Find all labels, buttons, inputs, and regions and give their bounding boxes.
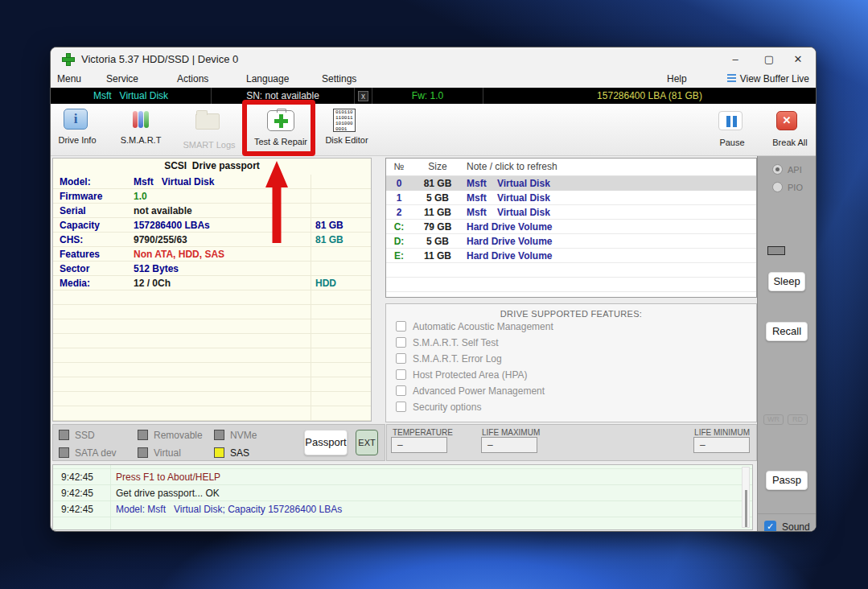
passport-field-value: not available (134, 204, 192, 218)
folder-icon (195, 113, 220, 130)
passport-field-value: 1.0 (134, 189, 147, 204)
disk-table-header: № Size Note / click to refresh (386, 159, 756, 176)
disk-row[interactable]: 211 GBMsft Virtual Disk (386, 205, 756, 220)
legend-square-icon (214, 447, 224, 458)
feature-checkbox[interactable]: S.M.A.R.T. Self Test (396, 335, 756, 351)
menu-item-settings[interactable]: Settings (322, 73, 356, 84)
log-rows: 9:42:45Press F1 to About/HELP9:42:45Get … (53, 469, 752, 517)
sleep-button[interactable]: Sleep (768, 272, 805, 291)
passport-row: FeaturesNon ATA, HDD, SAS (53, 247, 371, 262)
feature-label: Automatic Acoustic Management (413, 321, 553, 332)
menu-item-actions[interactable]: Actions (177, 73, 208, 84)
highlight-rectangle-annotation (242, 100, 315, 156)
col-note[interactable]: Note / click to refresh (467, 159, 557, 175)
passport-row: Capacity157286400 LBAs81 GB (53, 218, 371, 233)
maximize-button[interactable]: ▢ (756, 51, 782, 68)
checkbox-unchecked-icon (396, 353, 406, 364)
passport-rows: Model:Msft Virtual DiskFirmware1.0Serial… (53, 175, 371, 290)
passport-row: CHS:9790/255/6381 GB (53, 233, 371, 247)
col-size: Size (412, 159, 463, 175)
feature-checkbox[interactable]: Host Protected Area (HPA) (396, 367, 756, 383)
disk-row[interactable]: 15 GBMsft Virtual Disk (386, 191, 756, 205)
status-close-button[interactable]: x (355, 88, 372, 104)
checkbox-unchecked-icon (396, 337, 406, 348)
passport-field-label: Sector (60, 262, 89, 276)
log-message: Model: Msft Virtual Disk; Capacity 15728… (116, 501, 342, 517)
legend-label: SAS (230, 447, 249, 459)
wr-button: WR (763, 414, 784, 425)
passport-field-label: Firmware (60, 189, 102, 204)
api-label: API (788, 165, 802, 175)
passport-field-label: Features (60, 247, 100, 262)
disk-row[interactable]: 081 GBMsft Virtual Disk (386, 176, 756, 191)
disk-row[interactable]: E:11 GBHard Drive Volume (386, 249, 756, 263)
status-capacity: 157286400 LBA (81 GB) (483, 88, 816, 104)
log-time: 9:42:45 (61, 485, 93, 501)
passport-field-label: Model: (60, 175, 91, 189)
rd-button: RD (788, 414, 808, 425)
disk-editor-button[interactable]: 0101101100111010000001 Disk Editor (321, 109, 372, 145)
passport-row: Sector512 Bytes (53, 262, 371, 276)
sound-checkbox[interactable]: Sound (764, 521, 810, 532)
scrollbar-thumb[interactable] (745, 490, 747, 527)
feature-checkbox[interactable]: Security options (396, 399, 756, 415)
disk-row-size: 79 GB (412, 220, 463, 234)
legend-square-icon (214, 430, 224, 440)
disk-table-rows: 081 GBMsft Virtual Disk15 GBMsft Virtual… (386, 176, 756, 297)
menu-item-service[interactable]: Service (106, 73, 138, 84)
gauges-panel: TEMPERATURE – LIFE MAXIMUM – LIFE MINIMU… (386, 424, 757, 461)
checkbox-unchecked-icon (396, 321, 406, 332)
close-button[interactable]: ✕ (785, 51, 811, 68)
log-scrollbar[interactable] (742, 467, 750, 528)
disk-row[interactable]: C:79 GBHard Drive Volume (386, 220, 756, 234)
passp-button[interactable]: Passp (766, 471, 808, 490)
life-maximum-value: – (481, 437, 537, 453)
pio-radio[interactable]: PIO (772, 182, 803, 193)
smart-button[interactable]: S.M.A.R.T (112, 109, 170, 145)
menu-bar: Menu Service Actions Language Settings H… (51, 72, 816, 88)
disk-editor-label: Disk Editor (321, 135, 372, 145)
menu-item-view-buffer-live[interactable]: View Buffer Live (727, 73, 809, 84)
sound-label: Sound (782, 521, 810, 532)
disk-row-number: C: (386, 220, 412, 234)
menu-item-help[interactable]: Help (667, 73, 687, 84)
legend-square-icon (59, 430, 69, 440)
break-all-button[interactable]: ✕ Break All (765, 109, 815, 147)
drive-supported-features-panel: DRIVE SUPPORTED FEATURES: Automatic Acou… (385, 303, 757, 422)
disk-row-number: 2 (386, 205, 412, 220)
pause-button[interactable]: Pause (711, 109, 753, 147)
feature-checkbox[interactable]: Advanced Power Management (396, 383, 756, 399)
ext-button[interactable]: EXT (356, 430, 378, 455)
api-radio[interactable]: API (772, 164, 802, 175)
passport-field-label: Capacity (60, 218, 100, 233)
legend-label: Virtual (154, 447, 181, 459)
recall-button[interactable]: Recall (766, 322, 808, 341)
legend-item-removable: Removable (138, 430, 203, 441)
passport-title: SCSI Drive passport (53, 159, 371, 175)
feature-checkbox[interactable]: S.M.A.R.T. Error Log (396, 351, 756, 367)
disk-row[interactable]: D:5 GBHard Drive Volume (386, 234, 756, 249)
binary-sheet-icon: 0101101100111010000001 (333, 109, 356, 132)
log-message: Press F1 to About/HELP (116, 469, 220, 485)
passport-row: Model:Msft Virtual Disk (53, 175, 371, 189)
feature-checkbox[interactable]: Automatic Acoustic Management (396, 319, 756, 335)
pause-icon (718, 111, 743, 130)
life-minimum-label: LIFE MINIMUM (694, 428, 750, 437)
menu-item-language[interactable]: Language (246, 73, 289, 84)
disk-row-number: D: (386, 234, 412, 249)
life-minimum-value: – (693, 437, 750, 453)
legend-item-sata-dev: SATA dev (59, 447, 117, 459)
menu-item-menu[interactable]: Menu (57, 73, 81, 84)
passport-field-label: CHS: (60, 233, 83, 247)
log-message: Get drive passport... OK (116, 485, 220, 501)
disk-row-note: Msft Virtual Disk (467, 205, 550, 220)
drive-info-button[interactable]: i Drive Info (54, 109, 101, 145)
disk-row-number: 0 (386, 176, 412, 191)
disk-row-note: Hard Drive Volume (467, 220, 552, 234)
disk-row-size: 5 GB (412, 191, 463, 205)
passport-button[interactable]: Passport (304, 430, 348, 455)
minimize-button[interactable]: – (722, 51, 748, 68)
disk-row-size: 5 GB (412, 234, 463, 249)
window-title: Victoria 5.37 HDD/SSD | Device 0 (81, 53, 238, 65)
passport-field-label: Serial (60, 204, 86, 218)
